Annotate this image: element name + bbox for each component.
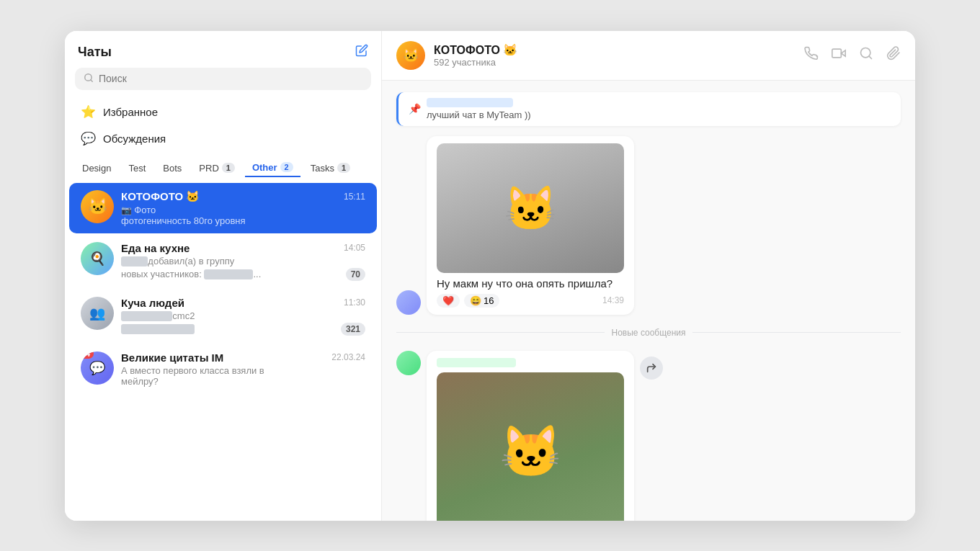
- message-bubble-1: Ну макм ну что она опять пришла? ❤️ 😄 16…: [427, 136, 634, 315]
- tab-bots[interactable]: Bots: [156, 160, 189, 176]
- chat-list: 🐱 КОТОФОТО 🐱 15:11 📷 Фото фотогеничность…: [65, 183, 381, 521]
- attach-button[interactable]: [886, 46, 901, 64]
- reaction-heart-1[interactable]: ❤️: [437, 294, 460, 308]
- msg-time-1: 14:39: [602, 295, 624, 305]
- tab-prd[interactable]: PRD 1: [192, 160, 242, 176]
- tab-test[interactable]: Test: [121, 160, 153, 176]
- tabs-row: Design Test Bots PRD 1 Other 2 Tasks 1: [65, 156, 381, 183]
- chat-item-eda[interactable]: 🍳 Еда на кухне 14:05 ████ добавил(а) в г…: [69, 235, 377, 288]
- chat-header: 🐱 КОТОФОТО 🐱 592 участника: [382, 31, 915, 81]
- tab-prd-badge: 1: [222, 163, 235, 173]
- avatar-kucha: 👥: [81, 297, 114, 330]
- sidebar: Чаты ⭐ Избранное 💬 Обсуждения Design Tes…: [65, 31, 382, 521]
- chat-time-quotes: 22.03.24: [331, 352, 365, 362]
- search-chat-button[interactable]: [859, 46, 873, 64]
- app-window: Чаты ⭐ Избранное 💬 Обсуждения Design Tes…: [65, 31, 915, 521]
- chat-preview-kotofoto: 📷 Фото: [121, 205, 365, 215]
- search-input[interactable]: [99, 73, 362, 84]
- pinned-text: лучший чат в MyTeam )): [427, 109, 531, 120]
- chat-header-avatar: 🐱: [396, 41, 425, 70]
- photo-icon: 📷: [121, 205, 134, 215]
- chat-messages: 📌 лучший чат в MyTeam )) Ну макм ну что …: [382, 81, 915, 521]
- chat-info-kotofoto: КОТОФОТО 🐱 15:11 📷 Фото фотогеничность 8…: [121, 190, 365, 226]
- phone-button[interactable]: [804, 46, 819, 64]
- message-row-1: Ну макм ну что она опять пришла? ❤️ 😄 16…: [396, 136, 901, 315]
- svg-marker-1: [841, 50, 845, 56]
- tab-design[interactable]: Design: [75, 160, 118, 176]
- new-messages-divider: Новые сообщения: [396, 328, 901, 338]
- forward-button[interactable]: [640, 357, 663, 380]
- search-bar[interactable]: [75, 68, 371, 90]
- badge-eda: 70: [346, 268, 365, 281]
- chat-info-eda: Еда на кухне 14:05 ████ добавил(а) в гру…: [121, 242, 365, 281]
- pin-icon: 📌: [409, 103, 421, 115]
- star-icon: ⭐: [81, 104, 96, 120]
- divider-label: Новые сообщения: [612, 328, 686, 338]
- chat-item-kotofoto[interactable]: 🐱 КОТОФОТО 🐱 15:11 📷 Фото фотогеничность…: [69, 183, 377, 233]
- chat-name-kotofoto: КОТОФОТО 🐱: [121, 190, 200, 203]
- msg-sender-2: [437, 358, 624, 369]
- reaction-laugh-1[interactable]: 😄 16: [464, 294, 499, 308]
- chat-info-kucha: Куча людей 11:30 ████████ cmc2 █████████…: [121, 297, 365, 336]
- chat-header-name: КОТОФОТО 🐱: [434, 43, 796, 57]
- pinned-message: 📌 лучший чат в MyTeam )): [396, 92, 901, 126]
- msg-avatar-1: [396, 290, 421, 315]
- chat-name-quotes: Великие цитаты IM: [121, 351, 223, 364]
- favorites-label: Избранное: [103, 106, 158, 118]
- discussions-icon: 💬: [81, 131, 96, 146]
- cat-image-1: [437, 143, 624, 273]
- discussions-label: Обсуждения: [103, 133, 166, 145]
- msg-reactions-1: ❤️ 😄 16: [437, 294, 499, 308]
- chat-header-sub: 592 участника: [434, 57, 796, 68]
- pinned-sender: [427, 98, 531, 109]
- tab-other[interactable]: Other 2: [245, 159, 300, 177]
- video-button[interactable]: [832, 46, 846, 64]
- chat-main: 🐱 КОТОФОТО 🐱 592 участника: [382, 31, 915, 521]
- chat-time-kucha: 11:30: [344, 297, 365, 308]
- avatar-eda: 🍳: [81, 242, 114, 275]
- avatar-quotes: 💬 34: [81, 351, 114, 385]
- message-bubble-2: фотогеничность 80го уровня 💬 1 😄 ❤️ 7 15…: [427, 351, 634, 521]
- chat-item-quotes[interactable]: 💬 34 Великие цитаты IM 22.03.24 А вместо…: [69, 344, 377, 394]
- chat-time-eda: 14:05: [344, 243, 365, 253]
- badge-quotes-overlay: 34: [81, 351, 94, 359]
- sidebar-title: Чаты: [78, 45, 112, 60]
- chat-name-eda: Еда на кухне: [121, 242, 190, 254]
- chat-time-kotofoto: 15:11: [344, 192, 365, 202]
- svg-rect-2: [832, 49, 842, 58]
- chat-sub-quotes: мейлру?: [121, 376, 365, 387]
- special-items: ⭐ Избранное 💬 Обсуждения: [65, 97, 381, 156]
- message-row-2: фотогеничность 80го уровня 💬 1 😄 ❤️ 7 15…: [396, 351, 901, 521]
- chat-header-info: КОТОФОТО 🐱 592 участника: [434, 43, 796, 68]
- chat-preview-kucha: ████████ cmc2: [121, 310, 365, 321]
- chat-preview-quotes: А вместо первого класса взяли в: [121, 365, 365, 376]
- badge-kucha: 321: [341, 323, 365, 336]
- chat-preview-eda: ████ добавил(а) в группу: [121, 256, 365, 266]
- chat-item-kucha[interactable]: 👥 Куча людей 11:30 ████████ cmc2 ███████…: [69, 290, 377, 343]
- cat-image-2: [437, 372, 624, 521]
- search-icon: [84, 73, 94, 85]
- chat-header-actions: [804, 46, 901, 64]
- avatar-kotofoto: 🐱: [81, 190, 114, 223]
- chat-name-kucha: Куча людей: [121, 297, 184, 309]
- sidebar-header: Чаты: [65, 31, 381, 68]
- chat-info-quotes: Великие цитаты IM 22.03.24 А вместо перв…: [121, 351, 365, 387]
- msg-text-1: Ну макм ну что она опять пришла?: [437, 277, 624, 290]
- tab-other-badge: 2: [280, 162, 293, 172]
- sidebar-item-favorites[interactable]: ⭐ Избранное: [75, 99, 371, 125]
- tab-tasks-badge: 1: [337, 163, 350, 173]
- tab-tasks[interactable]: Tasks 1: [303, 160, 357, 176]
- sidebar-item-discussions[interactable]: 💬 Обсуждения: [75, 125, 371, 152]
- chat-sub-eda: новых участников: ████████...: [121, 269, 346, 279]
- chat-sub-kucha: ████████████: [121, 323, 341, 334]
- chat-sub-kotofoto: фотогеничность 80го уровня: [121, 215, 365, 226]
- edit-icon[interactable]: [355, 44, 368, 61]
- msg-avatar-2: [396, 351, 421, 375]
